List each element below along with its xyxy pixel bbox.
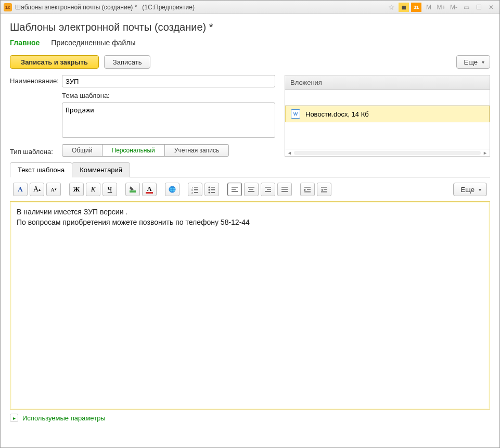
attachment-name: Новости.docx, 14 Кб (305, 110, 369, 118)
editor-line: В наличии имеется ЗУП версии . (17, 207, 483, 217)
subject-label: Тема шаблона: (62, 92, 275, 99)
svg-rect-13 (211, 192, 215, 193)
editor-line: По вопросам приобретения можете позвонит… (17, 217, 483, 228)
svg-rect-29 (321, 187, 327, 188)
scroll-left-icon[interactable]: ◄ (287, 150, 292, 156)
minimize-icon[interactable]: ▭ (461, 3, 471, 12)
type-account-button[interactable]: Учетная запись (164, 144, 229, 157)
svg-rect-23 (281, 187, 288, 188)
svg-rect-7 (194, 192, 198, 193)
svg-rect-28 (304, 191, 311, 193)
editor-more-button[interactable]: Еще (453, 183, 487, 196)
save-close-button[interactable]: Записать и закрыть (10, 55, 99, 69)
maximize-icon[interactable]: ☐ (473, 3, 484, 12)
bullet-list-button[interactable] (204, 183, 219, 196)
window-titlebar: 1c Шаблоны электронной почты (создание) … (1, 1, 499, 14)
memory-mminus-button[interactable]: M- (448, 3, 459, 12)
chevron-right-icon: ▸ (10, 414, 18, 422)
page-title: Шаблоны электронной почты (создание) * (10, 21, 490, 33)
svg-rect-15 (232, 189, 236, 190)
svg-rect-21 (267, 189, 271, 190)
indent-decrease-button[interactable] (317, 183, 331, 196)
font-grow-button[interactable]: A▴ (30, 183, 44, 196)
indent-increase-button[interactable] (300, 183, 315, 196)
command-toolbar: Записать и закрыть Записать Еще (10, 55, 490, 69)
svg-rect-24 (281, 189, 288, 190)
attachments-toolbar (285, 90, 490, 106)
attachment-item[interactable]: W Новости.docx, 14 Кб (285, 106, 490, 122)
bold-button[interactable]: Ж (69, 183, 84, 196)
svg-rect-22 (265, 191, 271, 192)
svg-rect-27 (307, 189, 311, 190)
italic-button[interactable]: К (86, 183, 100, 196)
font-shrink-button[interactable]: A▾ (46, 183, 61, 196)
app-icon: 1c (4, 3, 12, 11)
memory-m-button[interactable]: M (424, 3, 434, 12)
svg-rect-9 (211, 187, 215, 188)
scroll-track[interactable] (294, 151, 481, 155)
used-parameters-label: Используемые параметры (22, 414, 106, 422)
name-input[interactable] (62, 75, 275, 87)
type-label: Тип шаблона: (10, 147, 62, 156)
align-left-button[interactable] (227, 183, 242, 196)
font-button[interactable]: A (13, 183, 28, 196)
svg-rect-30 (324, 189, 327, 190)
svg-rect-20 (265, 187, 271, 188)
editor-tabs: Текст шаблона Комментарий (10, 162, 490, 177)
font-color-button[interactable]: A (142, 183, 157, 196)
favorite-icon[interactable]: ☆ (386, 3, 396, 12)
svg-rect-5 (194, 189, 198, 190)
insert-link-button[interactable] (165, 183, 180, 196)
svg-point-12 (209, 192, 210, 194)
svg-rect-31 (321, 191, 327, 193)
tab-template-text[interactable]: Текст шаблона (10, 162, 72, 177)
svg-rect-17 (248, 187, 254, 188)
svg-rect-26 (304, 187, 311, 188)
page-tabs: Главное Присоединенные файлы (10, 39, 490, 48)
svg-point-8 (209, 187, 210, 188)
tab-main[interactable]: Главное (10, 39, 40, 48)
calculator-icon[interactable]: ▦ (399, 3, 409, 12)
underline-button[interactable]: Ч (102, 183, 117, 196)
svg-rect-18 (249, 189, 253, 190)
svg-point-10 (209, 189, 210, 191)
svg-text:3: 3 (191, 191, 193, 194)
name-label: Наименование: (10, 75, 62, 85)
svg-rect-14 (232, 187, 238, 188)
attachments-header: Вложения (285, 75, 490, 90)
used-parameters-toggle[interactable]: ▸ Используемые параметры (10, 414, 490, 422)
close-icon[interactable]: ✕ (486, 3, 496, 12)
docx-icon: W (291, 109, 300, 119)
tab-attached-files[interactable]: Присоединенные файлы (51, 39, 135, 48)
align-justify-button[interactable] (277, 183, 292, 196)
numbered-list-button[interactable]: 123 (188, 183, 202, 196)
highlight-button[interactable] (125, 183, 140, 196)
save-button[interactable]: Записать (104, 55, 151, 69)
attachments-list: W Новости.docx, 14 Кб (285, 106, 490, 149)
type-common-button[interactable]: Общий (62, 144, 102, 157)
more-button[interactable]: Еще (456, 55, 490, 69)
calendar-icon[interactable]: 31 (411, 3, 421, 12)
align-right-button[interactable] (261, 183, 275, 196)
attachments-scrollbar[interactable]: ◄ ► (285, 149, 490, 156)
memory-mplus-button[interactable]: M+ (436, 3, 446, 12)
window-title-text: Шаблоны электронной почты (создание) * (15, 4, 137, 11)
window-app-suffix: (1С:Предприятие) (142, 4, 195, 11)
svg-rect-11 (211, 189, 215, 190)
svg-rect-19 (248, 191, 254, 192)
attachments-panel: Вложения W Новости.docx, 14 Кб ◄ ► (285, 75, 490, 157)
tab-comment[interactable]: Комментарий (72, 162, 130, 177)
svg-rect-16 (232, 191, 238, 192)
window-title: Шаблоны электронной почты (создание) * (… (15, 4, 386, 11)
align-center-button[interactable] (244, 183, 259, 196)
editor-toolbar: A A▴ A▾ Ж К Ч A 123 (10, 177, 490, 201)
editor-textarea[interactable]: В наличии имеется ЗУП версии . По вопрос… (10, 201, 490, 409)
type-personal-button[interactable]: Персональный (102, 144, 165, 157)
svg-rect-25 (281, 191, 288, 192)
svg-rect-0 (130, 190, 136, 193)
scroll-right-icon[interactable]: ► (483, 150, 488, 156)
subject-input[interactable] (62, 103, 275, 138)
svg-rect-3 (194, 187, 198, 188)
